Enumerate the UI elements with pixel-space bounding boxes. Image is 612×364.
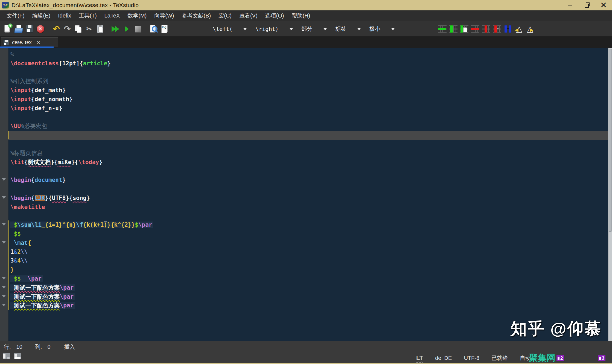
menu-item[interactable]: Idefix — [54, 13, 75, 19]
restore-button[interactable] — [578, 0, 595, 10]
vertical-scrollbar[interactable] — [608, 48, 612, 342]
chevron-down-icon — [290, 28, 293, 32]
section-combo[interactable]: 部分 — [300, 25, 327, 33]
find-icon[interactable] — [148, 24, 159, 34]
open-file-icon[interactable] — [13, 24, 24, 34]
next-marker-icon[interactable] — [525, 24, 535, 34]
open-log-icon[interactable] — [159, 24, 170, 34]
close-window-button[interactable]: ✕ — [595, 0, 612, 10]
code-line[interactable] — [8, 140, 608, 149]
add-column-icon[interactable] — [448, 24, 459, 34]
code-line[interactable]: \begin{document} — [8, 176, 608, 185]
unsaved-document-icon — [4, 40, 9, 45]
save-icon[interactable] — [24, 24, 35, 34]
fold-gutter[interactable] — [0, 48, 8, 342]
new-document-icon[interactable] — [2, 24, 13, 34]
undo-icon[interactable] — [51, 24, 62, 34]
menu-item[interactable]: 帮助(H) — [288, 12, 314, 19]
menu-item[interactable]: 文件(F) — [3, 12, 28, 19]
build-and-view-icon[interactable] — [111, 24, 121, 34]
fold-arrow-icon[interactable] — [2, 196, 6, 201]
remove-column-icon[interactable] — [481, 24, 492, 34]
code-line[interactable]: 测试一下配色方案\par — [8, 283, 608, 292]
code-line[interactable]: 测试一下配色方案\par — [8, 292, 608, 301]
code-line[interactable]: \input{def_math} — [8, 86, 608, 95]
bottom-panel-toggle-icon[interactable] — [14, 353, 21, 359]
menu-item[interactable]: 选项(O) — [261, 12, 288, 19]
code-line[interactable]: $$ — [8, 229, 608, 238]
code-line[interactable]: \input{def_n-u} — [8, 104, 608, 113]
minimize-button[interactable] — [561, 0, 578, 10]
code-line[interactable]: 1&2\\ — [8, 247, 608, 257]
fold-arrow-icon[interactable] — [2, 223, 6, 228]
code-line[interactable] — [8, 167, 608, 176]
fold-arrow-icon[interactable] — [2, 277, 6, 281]
code-line[interactable] — [8, 131, 608, 140]
code-line[interactable] — [8, 68, 608, 77]
remove-row-icon[interactable] — [470, 24, 481, 34]
encoding[interactable]: UTF-8 — [464, 355, 479, 361]
menu-item[interactable]: 向导(W) — [150, 12, 178, 19]
size-combo[interactable]: 极小 — [368, 25, 395, 33]
cut-icon[interactable] — [84, 24, 94, 34]
view-icon[interactable] — [122, 24, 132, 34]
menu-item[interactable]: LaTeX — [101, 13, 124, 19]
code-lines[interactable]: %\documentclass[12pt]{article}%引入控制系列\in… — [8, 48, 608, 342]
menu-item[interactable]: 数学(M) — [124, 12, 150, 19]
code-line[interactable]: \mat{ — [8, 238, 608, 247]
copy-icon[interactable] — [73, 24, 83, 34]
previous-marker-icon[interactable] — [514, 24, 524, 34]
code-line[interactable]: % — [8, 50, 608, 59]
fold-arrow-icon[interactable] — [2, 286, 6, 290]
side-panel-toggle-icon[interactable] — [3, 353, 10, 359]
code-line[interactable]: \UU%必要宏包 — [8, 122, 608, 131]
label-combo[interactable]: 标签 — [334, 25, 361, 33]
code-line[interactable]: $$ \par — [8, 274, 608, 283]
toolbar: \left(\right)部分标签极小 — [0, 21, 612, 37]
menu-item[interactable]: 工具(T) — [75, 12, 101, 19]
code-line[interactable]: $\sum\li_{i=1}^{n}\f{k(k+1)}{k^{2}}$\par — [8, 220, 608, 229]
site-watermark-text: 聚集网 — [529, 352, 555, 364]
code-line[interactable]: %引入控制系列 — [8, 77, 608, 86]
stop-compile-icon[interactable] — [133, 24, 143, 34]
code-line[interactable]: \input{def_nomath} — [8, 95, 608, 104]
add-row-icon[interactable] — [438, 24, 448, 34]
code-line[interactable]: 3&4\\ — [8, 256, 608, 265]
code-line[interactable]: \begin{CJK}{UTF8}{song} — [8, 194, 608, 203]
watermark-badge-2: 2 — [556, 355, 564, 361]
tab-close-icon[interactable]: × — [36, 39, 41, 45]
paste-icon[interactable] — [95, 24, 105, 34]
build-tool-group — [110, 24, 143, 34]
scrollbar-thumb[interactable] — [609, 49, 612, 232]
languagetool-icon[interactable]: LT — [416, 355, 423, 361]
close-document-icon[interactable] — [35, 24, 46, 34]
editor-area[interactable]: %\documentclass[12pt]{article}%引入控制系列\in… — [0, 48, 612, 342]
code-line[interactable] — [8, 185, 608, 194]
code-line[interactable]: } — [8, 265, 608, 274]
code-line[interactable]: %标题页信息 — [8, 149, 608, 158]
fold-arrow-icon[interactable] — [2, 241, 6, 246]
tab-cese-tex[interactable]: cese. tex × — [1, 37, 58, 47]
menu-item[interactable]: 编辑(E) — [28, 12, 54, 19]
fold-arrow-icon[interactable] — [2, 304, 6, 308]
cut-column-icon[interactable] — [492, 24, 503, 34]
paste-column-icon[interactable] — [459, 24, 470, 34]
code-line[interactable]: \tit{测试文档}{miKe}{\today} — [8, 158, 608, 167]
file-tool-group — [2, 24, 46, 34]
window-title: D:\LaTeX\latex_document\w\cese.tex - TeX… — [11, 2, 139, 8]
menu-item[interactable]: 参考文献(B) — [178, 12, 215, 19]
code-line[interactable]: \documentclass[12pt]{article} — [8, 59, 608, 68]
left-delimiter-combo[interactable]: \left( — [211, 25, 247, 33]
code-line[interactable] — [8, 113, 608, 122]
code-line[interactable]: \maketitle — [8, 203, 608, 212]
menu-item[interactable]: 宏(C) — [215, 12, 235, 19]
redo-icon[interactable] — [62, 24, 72, 34]
spell-language[interactable]: de_DE — [435, 355, 452, 361]
align-columns-icon[interactable] — [503, 24, 514, 34]
menu-item[interactable]: 查看(V) — [235, 12, 261, 19]
right-delimiter-combo[interactable]: \right) — [254, 25, 293, 33]
fold-arrow-icon[interactable] — [2, 178, 6, 183]
fold-arrow-icon[interactable] — [2, 295, 6, 299]
code-line[interactable]: 测试一下配色方案\par — [8, 301, 608, 310]
code-line[interactable] — [8, 211, 608, 220]
